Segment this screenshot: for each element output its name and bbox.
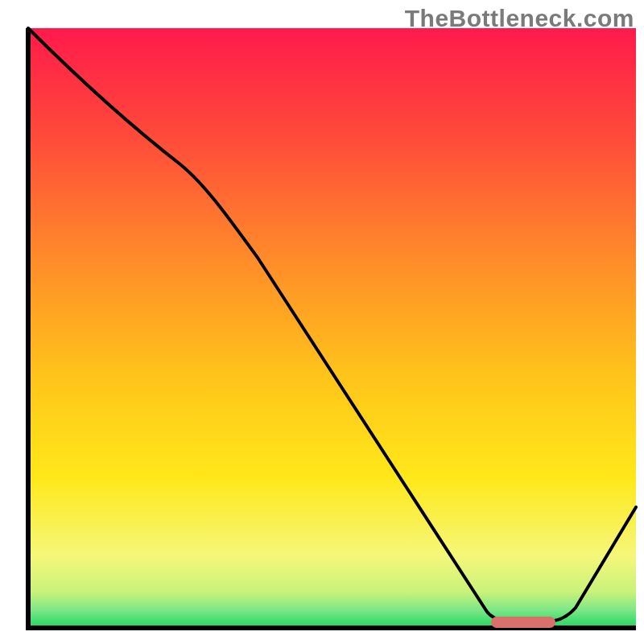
chart-container: TheBottleneck.com (0, 0, 644, 644)
watermark-text: TheBottleneck.com (405, 5, 634, 32)
bottleneck-chart (0, 0, 644, 644)
optimal-marker (491, 617, 555, 628)
gradient-background (28, 28, 636, 628)
